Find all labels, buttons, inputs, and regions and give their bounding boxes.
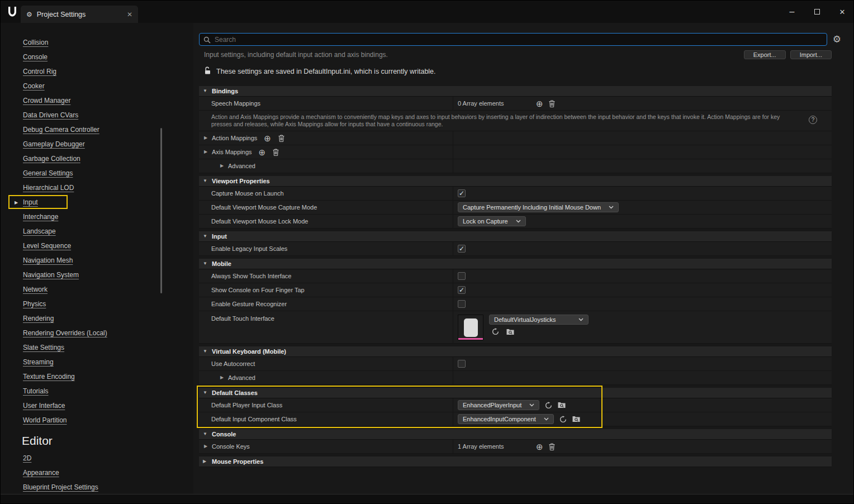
sidebar-item-2d[interactable]: 2D [1, 451, 193, 465]
sidebar-item-navigation-system[interactable]: Navigation System [1, 268, 193, 282]
settings-section-input: ▼InputEnable Legacy Input Scales [199, 231, 832, 256]
section-header-default-classes[interactable]: ▼Default Classes [199, 388, 832, 398]
sidebar-item-landscape[interactable]: Landscape [1, 224, 193, 239]
section-header-virtual-keyboard-mobile[interactable]: ▼Virtual Keyboard (Mobile) [199, 346, 832, 357]
sidebar-item-console[interactable]: Console [1, 50, 193, 64]
sidebar-item-world-partition[interactable]: World Partition [1, 413, 193, 427]
sidebar-item-rendering-overrides-local[interactable]: Rendering Overrides (Local) [1, 326, 193, 340]
tab-close-icon[interactable]: ✕ [127, 11, 132, 18]
sidebar-item-label: Cooker [23, 82, 45, 90]
enable-legacy-input-scales-checkbox[interactable] [458, 245, 466, 253]
expand-arrow-icon[interactable]: ▶ [220, 164, 225, 168]
sidebar-item-blueprint-project-settings[interactable]: Blueprint Project Settings [1, 480, 193, 495]
sidebar-item-collision[interactable]: Collision [1, 35, 193, 50]
tab-project-settings[interactable]: ⚙ Project Settings ✕ [21, 6, 138, 23]
sidebar-item-input[interactable]: ▶Input [1, 195, 193, 210]
sidebar-item-garbage-collection[interactable]: Garbage Collection [1, 151, 193, 166]
default-player-input-class-dropdown[interactable]: EnhancedPlayerInput [458, 400, 539, 410]
sidebar-item-appearance[interactable]: Appearance [1, 465, 193, 480]
add-element-icon[interactable]: ⊕ [259, 148, 266, 156]
maximize-button[interactable] [813, 7, 822, 16]
delete-elements-icon[interactable] [278, 135, 284, 142]
add-element-icon[interactable]: ⊕ [536, 99, 543, 108]
label-cell: Capture Mouse on Launch [199, 187, 453, 200]
expand-arrow-icon[interactable]: ▶ [204, 150, 209, 154]
sidebar-item-general-settings[interactable]: General Settings [1, 166, 193, 180]
project-settings-window: ⚙ Project Settings ✕ – ✕ CollisionConsol… [0, 0, 854, 504]
add-element-icon[interactable]: ⊕ [536, 443, 543, 451]
sidebar-item-level-sequence[interactable]: Level Sequence [1, 239, 193, 253]
sidebar-item-gameplay-debugger[interactable]: Gameplay Debugger [1, 137, 193, 151]
section-header-input[interactable]: ▼Input [199, 231, 832, 242]
default-input-component-class-dropdown[interactable]: EnhancedInputComponent [458, 414, 554, 424]
browse-to-asset-icon[interactable] [506, 328, 514, 335]
sidebar-item-network[interactable]: Network [1, 282, 193, 297]
delete-elements-icon[interactable] [549, 443, 555, 450]
sidebar-item-texture-encoding[interactable]: Texture Encoding [1, 369, 193, 384]
value-cell: DefaultVirtualJoysticks [453, 311, 832, 343]
sidebar-item-navigation-mesh[interactable]: Navigation Mesh [1, 253, 193, 268]
minimize-button[interactable]: – [787, 7, 796, 16]
capture-mouse-on-launch-checkbox[interactable] [458, 189, 466, 197]
section-header-mobile[interactable]: ▼Mobile [199, 259, 832, 269]
use-selected-asset-icon[interactable] [545, 402, 552, 409]
project-settings-tab-icon: ⚙ [26, 11, 32, 18]
sidebar-item-streaming[interactable]: Streaming [1, 355, 193, 369]
tab-title: Project Settings [37, 11, 86, 18]
import-button[interactable]: Import... [790, 50, 832, 59]
triangle-down-icon: ▼ [203, 391, 208, 395]
sidebar-item-label: Crowd Manager [23, 97, 70, 104]
chevron-down-icon [516, 220, 521, 223]
sidebar-item-interchange[interactable]: Interchange [1, 210, 193, 224]
sidebar-item-label: Collision [23, 39, 48, 46]
sidebar-scrollbar[interactable] [160, 128, 162, 293]
always-show-touch-interface-checkbox[interactable] [458, 272, 466, 280]
sidebar-item-debug-camera-controller[interactable]: Debug Camera Controller [1, 122, 193, 137]
show-console-on-four-finger-tap-checkbox[interactable] [458, 286, 466, 294]
sidebar-item-tutorials[interactable]: Tutorials [1, 384, 193, 398]
add-element-icon[interactable]: ⊕ [264, 134, 271, 142]
default-viewport-mouse-capture-mode-dropdown[interactable]: Capture Permanently Including Initial Mo… [458, 202, 619, 212]
sidebar-item-crowd-manager[interactable]: Crowd Manager [1, 93, 193, 108]
settings-gear-icon[interactable]: ⚙ [833, 35, 841, 44]
label-cell: Enable Gesture Recognizer [199, 297, 453, 311]
sidebar-item-user-interface[interactable]: User Interface [1, 398, 193, 413]
sidebar-item-label: World Partition [23, 416, 67, 424]
section-header-mouse-properties[interactable]: ▶Mouse Properties [199, 457, 832, 467]
enable-gesture-recognizer-checkbox[interactable] [458, 300, 466, 308]
sidebar-item-rendering[interactable]: Rendering [1, 311, 193, 326]
use-selected-asset-icon[interactable] [559, 416, 567, 423]
export-button[interactable]: Export... [744, 50, 786, 59]
expand-arrow-icon[interactable]: ▶ [204, 444, 209, 449]
search-input[interactable] [199, 33, 827, 46]
default-viewport-mouse-lock-mode-dropdown[interactable]: Lock on Capture [458, 216, 526, 226]
expand-arrow-icon[interactable]: ▶ [220, 375, 225, 380]
section-header-viewport-properties[interactable]: ▼Viewport Properties [199, 176, 832, 187]
settings-section-mobile: ▼MobileAlways Show Touch InterfaceShow C… [199, 259, 832, 344]
sidebar-item-slate-settings[interactable]: Slate Settings [1, 340, 193, 355]
delete-elements-icon[interactable] [273, 149, 279, 156]
asset-thumbnail[interactable] [458, 315, 483, 340]
sidebar-item-hierarchical-lod[interactable]: Hierarchical LOD [1, 180, 193, 195]
section-header-console[interactable]: ▼Console [199, 429, 832, 440]
settings-section-console: ▼Console▶Console Keys1 Array elements⊕ [199, 429, 832, 454]
sidebar-item-data-driven-cvars[interactable]: Data Driven CVars [1, 108, 193, 122]
close-button[interactable]: ✕ [838, 7, 847, 16]
section-header-bindings[interactable]: ▼Bindings [199, 86, 832, 97]
browse-to-asset-icon[interactable] [558, 402, 566, 408]
delete-elements-icon[interactable] [549, 100, 555, 107]
window-content: CollisionConsoleControl RigCookerCrowd M… [1, 23, 853, 495]
setting-label-default-viewport-mouse-capture-mode: Default Viewport Mouse Capture Mode [211, 204, 317, 211]
section-title: Bindings [212, 88, 238, 94]
sidebar-item-physics[interactable]: Physics [1, 297, 193, 311]
use-selected-asset-icon[interactable] [492, 328, 499, 335]
browse-to-asset-icon[interactable] [572, 416, 580, 422]
default-touch-interface-dropdown[interactable]: DefaultVirtualJoysticks [489, 315, 589, 325]
sidebar-item-label: Landscape [23, 227, 56, 235]
expand-arrow-icon[interactable]: ▶ [204, 136, 209, 140]
sidebar-item-control-rig[interactable]: Control Rig [1, 64, 193, 79]
triangle-right-icon: ▶ [203, 459, 208, 464]
help-icon[interactable]: ? [809, 116, 817, 124]
use-autocorrect-checkbox[interactable] [458, 360, 466, 368]
sidebar-item-cooker[interactable]: Cooker [1, 79, 193, 93]
